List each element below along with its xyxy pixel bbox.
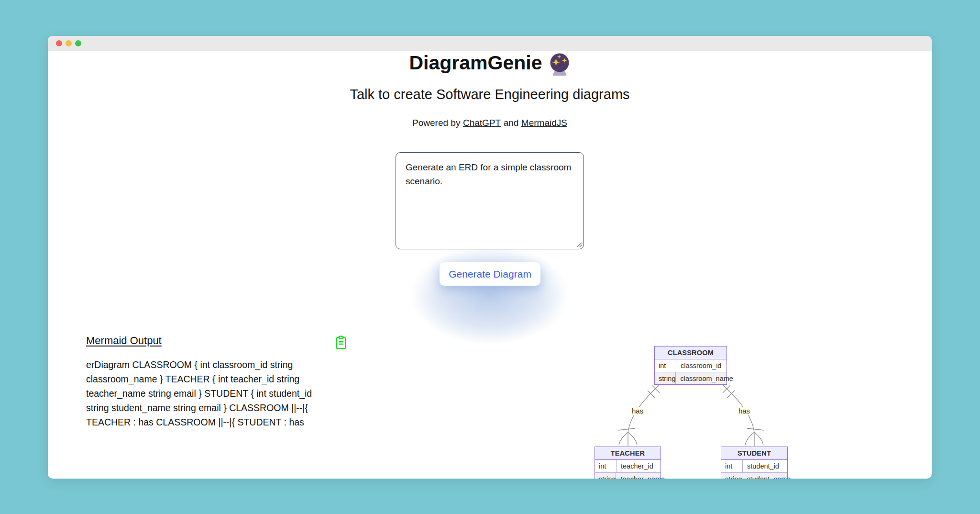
mermaid-code-line: classroom_name } TEACHER { int teacher_i… xyxy=(86,372,312,386)
prompt-input[interactable]: Generate an ERD for a simple classroom s… xyxy=(396,152,584,249)
attribute-name: teacher_name xyxy=(616,473,665,479)
attribute-name: teacher_id xyxy=(617,460,661,472)
resize-grip-icon[interactable] xyxy=(576,241,582,247)
maximize-button[interactable] xyxy=(75,40,81,46)
mermaid-code-line: teacher_name string email } STUDENT { in… xyxy=(86,386,312,401)
mermaidjs-link[interactable]: MermaidJS xyxy=(521,118,567,128)
crystal-ball-icon xyxy=(549,52,571,76)
attribute-type: int xyxy=(595,460,617,472)
attribute-type: string xyxy=(655,372,676,384)
entity-teacher: TEACHER int teacher_id string teacher_na… xyxy=(595,447,661,479)
entity-classroom: CLASSROOM int classroom_id string classr… xyxy=(654,346,727,385)
mermaid-code-line: TEACHER : has CLASSROOM ||--|{ STUDENT :… xyxy=(86,415,312,429)
attribute-name: classroom_id xyxy=(676,359,727,372)
powered-by-and: and xyxy=(504,118,519,128)
powered-by-prefix: Powered by xyxy=(412,118,460,128)
mermaid-output-heading: Mermaid Output xyxy=(86,335,162,347)
entity-attribute-row: int teacher_id xyxy=(595,460,661,472)
generate-diagram-button[interactable]: Generate Diagram xyxy=(440,262,540,286)
attribute-type: string xyxy=(721,473,742,479)
minimize-button[interactable] xyxy=(66,40,72,46)
entity-attribute-row: int classroom_id xyxy=(655,359,727,372)
app-window: DiagramGenie Talk to create Software Eng… xyxy=(48,36,932,479)
entity-attribute-row: int student_id xyxy=(721,460,787,472)
copy-clipboard-icon[interactable] xyxy=(334,335,348,350)
mermaid-code-line: erDiagram CLASSROOM { int classroom_id s… xyxy=(86,358,312,372)
attribute-name: classroom_name xyxy=(676,372,733,384)
page-subtitle: Talk to create Software Engineering diag… xyxy=(48,87,932,102)
mermaid-code: erDiagram CLASSROOM { int classroom_id s… xyxy=(86,358,312,429)
attribute-type: int xyxy=(721,460,743,472)
entity-attribute-row: string student_name xyxy=(721,472,787,479)
entity-name: STUDENT xyxy=(721,447,787,460)
er-diagram: has has CLASSROOM int classroom_id strin… xyxy=(593,345,842,479)
chatgpt-link[interactable]: ChatGPT xyxy=(463,118,501,128)
attribute-type: string xyxy=(595,473,616,479)
relationship-label: has xyxy=(630,407,645,415)
attribute-name: student_name xyxy=(742,473,791,479)
page-title-text: DiagramGenie xyxy=(409,52,542,74)
page-title: DiagramGenie xyxy=(48,51,932,75)
powered-by-line: Powered by ChatGPT and MermaidJS xyxy=(48,118,932,128)
entity-attribute-row: string teacher_name xyxy=(595,472,661,479)
entity-student: STUDENT int student_id string student_na… xyxy=(721,447,788,479)
relationship-label: has xyxy=(737,407,751,415)
attribute-name: student_id xyxy=(743,460,787,472)
attribute-type: int xyxy=(655,359,676,372)
prompt-container: Generate an ERD for a simple classroom s… xyxy=(396,152,584,249)
entity-name: CLASSROOM xyxy=(655,346,727,359)
mermaid-code-line: string student_name string email } CLASS… xyxy=(86,401,312,415)
close-button[interactable] xyxy=(56,40,62,46)
entity-name: TEACHER xyxy=(595,447,661,460)
entity-attribute-row: string classroom_name xyxy=(655,372,727,384)
window-titlebar xyxy=(48,36,932,51)
